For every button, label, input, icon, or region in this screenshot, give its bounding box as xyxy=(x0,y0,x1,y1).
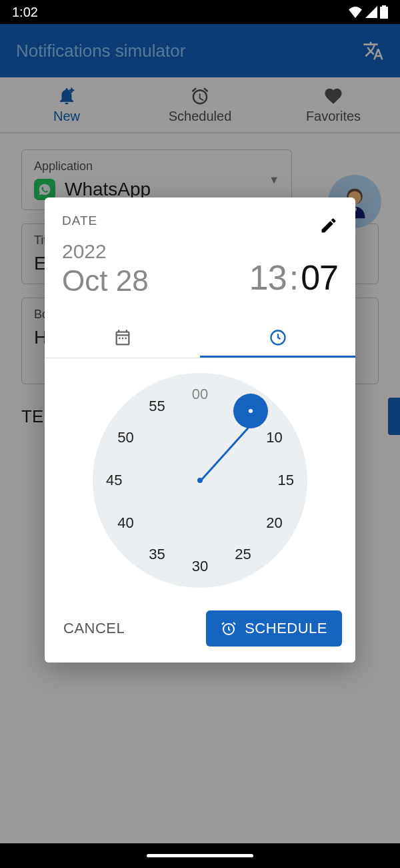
clock-num-55[interactable]: 55 xyxy=(144,393,171,420)
clock-num-25[interactable]: 25 xyxy=(229,541,256,568)
wifi-icon xyxy=(348,6,363,18)
clock-tab[interactable] xyxy=(200,319,355,358)
clock-icon xyxy=(269,328,287,347)
status-icons xyxy=(348,5,388,19)
status-time: 1:02 xyxy=(12,5,38,20)
clock-num-10[interactable]: 10 xyxy=(261,424,287,451)
clock-knob[interactable] xyxy=(233,394,268,428)
alarm-icon xyxy=(221,620,237,636)
hour[interactable]: 13 xyxy=(249,258,287,298)
colon: : xyxy=(289,258,298,298)
minute[interactable]: 07 xyxy=(301,258,338,298)
edit-icon[interactable] xyxy=(319,216,338,235)
dialog-actions: CANCEL SCHEDULE xyxy=(45,600,355,663)
minute-clock[interactable]: 00 05 10 15 20 25 30 35 40 45 50 55 xyxy=(93,373,307,588)
clock-num-20[interactable]: 20 xyxy=(261,510,287,536)
clock-num-50[interactable]: 50 xyxy=(113,424,139,451)
home-indicator[interactable] xyxy=(147,854,253,857)
clock-num-40[interactable]: 40 xyxy=(113,510,139,536)
time-display[interactable]: 13 : 07 xyxy=(249,258,338,298)
status-bar: 1:02 xyxy=(0,0,400,24)
clock-num-35[interactable]: 35 xyxy=(144,541,171,568)
clock-num-30[interactable]: 30 xyxy=(187,553,213,580)
schedule-label: SCHEDULE xyxy=(245,620,327,637)
date-display[interactable]: 2022 Oct 28 xyxy=(62,240,149,298)
cancel-button[interactable]: CANCEL xyxy=(58,613,130,644)
calendar-tab[interactable] xyxy=(45,319,200,358)
navigation-bar xyxy=(0,843,400,868)
clock-num-45[interactable]: 45 xyxy=(101,467,127,494)
picker-tabs xyxy=(45,319,355,358)
clock-hand xyxy=(200,420,255,481)
clock-num-15[interactable]: 15 xyxy=(273,467,299,494)
clock-center xyxy=(197,478,203,483)
datetime-picker-dialog: DATE 2022 Oct 28 13 : 07 00 05 10 15 xyxy=(45,197,355,663)
year: 2022 xyxy=(62,240,149,263)
calendar-icon xyxy=(113,329,132,348)
month-day: Oct 28 xyxy=(62,264,149,298)
date-heading: DATE xyxy=(62,213,338,228)
schedule-button[interactable]: SCHEDULE xyxy=(206,610,342,646)
clock-num-00[interactable]: 00 xyxy=(187,381,213,408)
signal-icon xyxy=(365,6,377,18)
battery-icon xyxy=(380,5,388,19)
